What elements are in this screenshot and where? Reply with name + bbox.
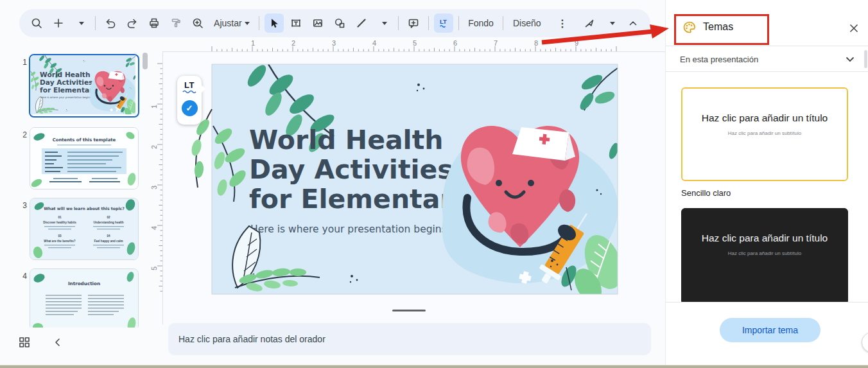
toolbar-divider [259, 16, 259, 30]
svg-text:03: 03 [58, 234, 62, 238]
slide-thumbnail-1[interactable] [29, 54, 139, 118]
themes-panel: Temas En esta presentación Haz clic para… [665, 0, 868, 368]
new-slide-button[interactable] [49, 13, 68, 33]
zoom-button[interactable] [188, 13, 207, 33]
notes-resize-handle[interactable] [392, 310, 426, 311]
chevron-down-icon [245, 22, 250, 25]
languagetool-toolbar-button[interactable]: LT [434, 13, 453, 33]
theme-card-subtitle: Haz clic para añadir un subtítulo [728, 130, 801, 136]
theme-card-light[interactable]: Haz clic para añadir un título Haz clic … [681, 87, 848, 181]
svg-text:04: 04 [107, 234, 110, 238]
insert-comment-button[interactable] [404, 13, 423, 33]
current-slide[interactable] [163, 52, 665, 324]
chevron-down-icon [79, 22, 84, 25]
slide-2-preview: Contents of this template [30, 128, 138, 189]
grid-view-icon [18, 336, 31, 349]
toolbar-divider [503, 16, 503, 30]
slide-canvas-area[interactable] [162, 51, 665, 324]
in-this-presentation-section[interactable]: En esta presentación [666, 46, 868, 72]
panel-scrollbar[interactable] [864, 50, 867, 68]
undo-button[interactable] [101, 13, 120, 33]
svg-text:Feel happy and calm: Feel happy and calm [94, 240, 123, 243]
screen-bottom-edge [0, 365, 868, 368]
slide-number: 3 [17, 201, 27, 210]
theme-card-subtitle: Haz clic para añadir un subtítulo [728, 250, 801, 256]
languagetool-wave-icon [182, 90, 196, 94]
speaker-notes-input[interactable]: Haz clic para añadir notas del orador [168, 323, 651, 355]
redo-button[interactable] [123, 13, 142, 33]
paint-format-button[interactable] [166, 13, 186, 33]
svg-text:Understanding health: Understanding health [93, 221, 123, 224]
slide-number: 1 [17, 58, 27, 67]
svg-text:01: 01 [58, 216, 62, 219]
languagetool-check-button[interactable]: ✓ [182, 100, 198, 116]
svg-text:02: 02 [107, 216, 110, 219]
slide-thumbnail-3[interactable]: What will we learn about this topic? 01 … [30, 198, 139, 260]
vertical-ruler: 12 34 5 [150, 51, 162, 324]
chevron-down-icon [846, 57, 855, 62]
slide-thumbnail-4[interactable]: Introduction [30, 268, 139, 328]
print-button[interactable] [144, 13, 164, 33]
themes-list: Haz clic para añadir un título Haz clic … [666, 72, 868, 302]
svg-text:LT: LT [440, 18, 447, 25]
svg-text:What will we learn about this: What will we learn about this topic? [44, 206, 125, 211]
annotation-highlight-box [674, 14, 769, 45]
languagetool-logo: LT [184, 80, 195, 90]
collapse-filmstrip-button[interactable] [48, 332, 68, 353]
theme-name-label: Sencillo claro [681, 188, 731, 198]
slide-4-preview: Introduction [30, 269, 138, 328]
slide-filmstrip: 1 2 Contents of this template [0, 39, 162, 328]
slide-thumbnail-2[interactable]: Contents of this template [30, 127, 139, 189]
import-theme-button[interactable]: Importar tema [720, 318, 820, 342]
import-theme-label: Importar tema [742, 325, 798, 335]
filmstrip-scrollbar[interactable] [143, 53, 148, 69]
select-tool-button[interactable] [265, 13, 284, 33]
chevron-left-icon [51, 336, 64, 349]
slide-1-preview [30, 55, 135, 114]
check-icon: ✓ [186, 103, 193, 113]
svg-text:Introduction: Introduction [68, 281, 100, 286]
zoom-fit-select[interactable]: Ajustar [210, 13, 254, 33]
slide-number: 4 [17, 272, 27, 281]
toolbar-divider [458, 16, 459, 30]
toolbar-divider [398, 16, 399, 30]
section-label: En esta presentación [680, 55, 758, 64]
insert-shape-button[interactable] [330, 13, 349, 33]
toolbar-divider [428, 16, 429, 30]
slide-3-preview: What will we learn about this topic? 01 … [30, 198, 138, 259]
close-panel-button[interactable] [849, 23, 859, 33]
google-slides-window: World Health Day Activities for Elementa… [0, 0, 868, 368]
annotation-arrow [532, 23, 679, 50]
search-menus-button[interactable] [27, 13, 46, 33]
insert-image-button[interactable] [308, 13, 327, 33]
zoom-fit-label: Ajustar [214, 18, 242, 28]
text-box-button[interactable] [286, 13, 306, 33]
grid-view-button[interactable] [14, 332, 35, 353]
chevron-down-icon [382, 22, 387, 25]
insert-line-button[interactable] [352, 13, 371, 33]
slide-number: 2 [17, 130, 27, 139]
themes-panel-footer: Importar tema [666, 302, 868, 368]
speaker-notes-placeholder: Haz clic para añadir notas del orador [178, 334, 326, 344]
background-label: Fondo [468, 18, 494, 28]
new-slide-dropdown[interactable] [71, 13, 90, 33]
theme-card-dark[interactable]: Haz clic para añadir un título Haz clic … [681, 208, 848, 302]
svg-text:What are the benefits?: What are the benefits? [44, 240, 75, 243]
theme-card-title: Haz clic para añadir un título [697, 112, 832, 125]
insert-line-dropdown[interactable] [374, 13, 393, 33]
svg-text:Discover healthy habits: Discover healthy habits [43, 221, 76, 224]
theme-card-title: Haz clic para añadir un título [697, 232, 832, 245]
languagetool-widget[interactable]: LT ✓ [177, 76, 202, 125]
svg-text:Contents of this template: Contents of this template [53, 137, 116, 143]
background-button[interactable]: Fondo [464, 13, 498, 33]
toolbar-divider [95, 16, 96, 30]
